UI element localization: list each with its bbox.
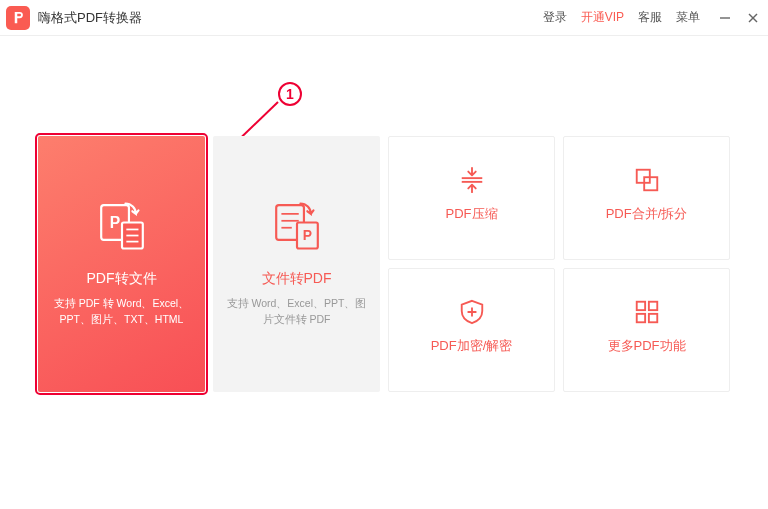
- svg-rect-22: [636, 302, 644, 310]
- menu-link[interactable]: 菜单: [676, 9, 700, 26]
- pdf-to-file-icon: P: [96, 200, 148, 252]
- card-pdf-compress[interactable]: PDF压缩: [388, 136, 555, 260]
- support-link[interactable]: 客服: [638, 9, 662, 26]
- card-title: PDF合并/拆分: [606, 205, 688, 223]
- titlebar: 嗨格式PDF转换器 登录 开通VIP 客服 菜单: [0, 0, 768, 36]
- svg-rect-23: [648, 302, 656, 310]
- card-title: PDF转文件: [87, 270, 157, 288]
- minimize-button[interactable]: [718, 11, 732, 25]
- card-title: 文件转PDF: [262, 270, 332, 288]
- card-subtitle: 支持 Word、Excel、PPT、图片文件转 PDF: [213, 296, 380, 328]
- compress-icon: [457, 165, 487, 195]
- card-file-to-pdf[interactable]: P 文件转PDF 支持 Word、Excel、PPT、图片文件转 PDF: [213, 136, 380, 392]
- app-title: 嗨格式PDF转换器: [38, 9, 142, 27]
- merge-split-icon: [632, 165, 662, 195]
- svg-rect-20: [636, 170, 649, 183]
- card-subtitle: 支持 PDF 转 Word、Excel、PPT、图片、TXT、HTML: [38, 296, 205, 328]
- app-logo: [6, 6, 30, 30]
- card-title: 更多PDF功能: [608, 337, 686, 355]
- card-pdf-encrypt[interactable]: PDF加密/解密: [388, 268, 555, 392]
- shield-icon: [457, 297, 487, 327]
- window-controls: [718, 11, 760, 25]
- card-title: PDF加密/解密: [431, 337, 513, 355]
- svg-text:P: P: [302, 227, 311, 243]
- svg-rect-24: [636, 314, 644, 322]
- svg-rect-21: [644, 177, 657, 190]
- feature-grid: P PDF转文件 支持 PDF 转 Word、Excel、PPT、图片、TXT、…: [38, 136, 730, 392]
- titlebar-links: 登录 开通VIP 客服 菜单: [543, 9, 700, 26]
- card-more-pdf[interactable]: 更多PDF功能: [563, 268, 730, 392]
- file-to-pdf-icon: P: [271, 200, 323, 252]
- vip-link[interactable]: 开通VIP: [581, 9, 624, 26]
- more-grid-icon: [632, 297, 662, 327]
- svg-rect-25: [648, 314, 656, 322]
- card-pdf-to-file[interactable]: P PDF转文件 支持 PDF 转 Word、Excel、PPT、图片、TXT、…: [38, 136, 205, 392]
- card-pdf-merge-split[interactable]: PDF合并/拆分: [563, 136, 730, 260]
- card-title: PDF压缩: [446, 205, 498, 223]
- close-button[interactable]: [746, 11, 760, 25]
- svg-text:P: P: [109, 214, 119, 231]
- login-link[interactable]: 登录: [543, 9, 567, 26]
